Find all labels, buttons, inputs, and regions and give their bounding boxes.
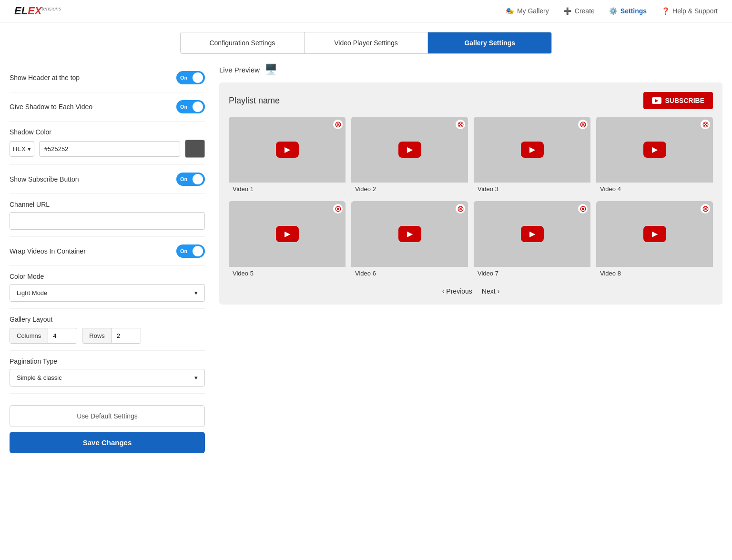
- play-button[interactable]: ▶: [643, 226, 666, 242]
- nav-items: 🎭 My Gallery ➕ Create ⚙️ Settings ❓ Help…: [506, 7, 718, 15]
- hex-format-select[interactable]: HEX ▾: [10, 141, 34, 157]
- show-header-label: Show Header at the top: [10, 74, 80, 81]
- remove-video-button[interactable]: ⊗: [456, 204, 465, 214]
- video-title: Video 5: [229, 267, 346, 280]
- video-thumbnail: ▶: [351, 201, 468, 267]
- give-shadow-toggle[interactable]: On: [176, 100, 205, 113]
- nav-settings[interactable]: ⚙️ Settings: [609, 7, 647, 15]
- video-grid: ▶ ⊗ Video 1 ▶ ⊗ Video 2 ▶ ⊗ Video 3 ▶ ⊗ …: [229, 117, 713, 280]
- tab-configuration[interactable]: Configuration Settings: [181, 32, 305, 53]
- give-shadow-row: Give Shadow to Each Video On: [10, 92, 205, 122]
- left-settings-panel: Show Header at the top On Give Shadow to…: [10, 63, 205, 453]
- shadow-color-label: Shadow Color: [10, 128, 205, 136]
- shadow-color-row: Shadow Color HEX ▾: [10, 122, 205, 165]
- show-subscribe-toggle[interactable]: On: [176, 173, 205, 186]
- play-button[interactable]: ▶: [398, 226, 421, 242]
- play-button[interactable]: ▶: [521, 142, 544, 158]
- pagination-label: Pagination Type: [10, 357, 205, 365]
- video-card: ▶ ⊗ Video 1: [229, 117, 346, 195]
- use-default-button[interactable]: Use Default Settings: [10, 405, 205, 427]
- hex-color-input[interactable]: [39, 141, 180, 157]
- color-swatch[interactable]: [185, 140, 205, 158]
- video-thumbnail: ▶: [596, 201, 713, 267]
- video-thumbnail: ▶: [351, 117, 468, 183]
- top-navigation: ELEXtensions 🎭 My Gallery ➕ Create ⚙️ Se…: [0, 0, 732, 22]
- rows-field: Rows: [82, 328, 141, 344]
- nav-my-gallery[interactable]: 🎭 My Gallery: [506, 7, 549, 15]
- play-button[interactable]: ▶: [643, 142, 666, 158]
- rows-label: Rows: [82, 328, 112, 343]
- video-title: Video 6: [351, 267, 468, 280]
- tab-video-player[interactable]: Video Player Settings: [305, 32, 428, 53]
- help-icon: ❓: [661, 7, 670, 15]
- playlist-name: Playlist name: [229, 96, 280, 106]
- chevron-down-icon: ▾: [28, 145, 31, 153]
- wrap-videos-row: Wrap Videos In Container On: [10, 237, 205, 266]
- remove-video-button[interactable]: ⊗: [456, 120, 465, 129]
- gallery-icon: 🎭: [506, 7, 514, 15]
- video-thumbnail: ▶: [474, 201, 590, 267]
- remove-video-button[interactable]: ⊗: [701, 204, 710, 214]
- video-card: ▶ ⊗ Video 8: [596, 201, 713, 280]
- color-mode-section: Color Mode Light Mode ▾: [10, 266, 205, 309]
- gallery-layout-section: Gallery Layout Columns Rows: [10, 309, 205, 351]
- right-preview-panel: Live Preview 🖥️ Playlist name SUBSCRIBE …: [219, 63, 722, 453]
- remove-video-button[interactable]: ⊗: [701, 120, 710, 129]
- chevron-down-icon: ▾: [194, 374, 198, 381]
- play-button[interactable]: ▶: [398, 142, 421, 158]
- video-title: Video 4: [596, 183, 713, 195]
- gallery-layout-label: Gallery Layout: [10, 316, 205, 323]
- next-button[interactable]: Next ›: [482, 287, 499, 295]
- pagination-controls: ‹ Previous Next ›: [229, 287, 713, 295]
- video-thumbnail: ▶: [474, 117, 590, 183]
- video-title: Video 1: [229, 183, 346, 195]
- monitor-icon: 🖥️: [264, 63, 277, 76]
- pagination-type-select[interactable]: Simple & classic ▾: [10, 369, 205, 387]
- show-header-toggle[interactable]: On: [176, 71, 205, 84]
- settings-icon: ⚙️: [609, 7, 618, 15]
- preview-container: Playlist name SUBSCRIBE ▶ ⊗ Video 1 ▶ ⊗ …: [219, 82, 722, 305]
- video-card: ▶ ⊗ Video 2: [351, 117, 468, 195]
- give-shadow-label: Give Shadow to Each Video: [10, 103, 92, 111]
- video-thumbnail: ▶: [596, 117, 713, 183]
- play-button[interactable]: ▶: [276, 142, 299, 158]
- video-card: ▶ ⊗ Video 4: [596, 117, 713, 195]
- video-title: Video 2: [351, 183, 468, 195]
- create-icon: ➕: [563, 7, 572, 15]
- video-title: Video 3: [474, 183, 590, 195]
- logo: ELEXtensions: [14, 5, 61, 17]
- pagination-type-section: Pagination Type Simple & classic ▾: [10, 351, 205, 394]
- show-subscribe-row: Show Subscribe Button On: [10, 165, 205, 194]
- chevron-left-icon: ‹: [442, 287, 445, 295]
- video-card: ▶ ⊗ Video 5: [229, 201, 346, 280]
- play-button[interactable]: ▶: [276, 226, 299, 242]
- preview-header: Live Preview 🖥️: [219, 63, 722, 76]
- color-mode-select[interactable]: Light Mode ▾: [10, 284, 205, 302]
- color-mode-label: Color Mode: [10, 273, 205, 280]
- rows-input[interactable]: [112, 328, 141, 343]
- save-changes-button[interactable]: Save Changes: [10, 432, 205, 453]
- play-button[interactable]: ▶: [521, 226, 544, 242]
- remove-video-button[interactable]: ⊗: [333, 120, 343, 129]
- remove-video-button[interactable]: ⊗: [578, 204, 588, 214]
- nav-create[interactable]: ➕ Create: [563, 7, 595, 15]
- video-title: Video 7: [474, 267, 590, 280]
- subscribe-button[interactable]: SUBSCRIBE: [643, 92, 713, 109]
- preview-title: Live Preview: [219, 66, 260, 74]
- video-title: Video 8: [596, 267, 713, 280]
- channel-url-input[interactable]: [10, 212, 205, 230]
- remove-video-button[interactable]: ⊗: [333, 204, 343, 214]
- channel-url-label: Channel URL: [10, 201, 205, 208]
- main-content: Show Header at the top On Give Shadow to…: [0, 63, 732, 468]
- remove-video-button[interactable]: ⊗: [578, 120, 588, 129]
- columns-input[interactable]: [48, 328, 77, 343]
- video-card: ▶ ⊗ Video 7: [474, 201, 590, 280]
- tab-gallery[interactable]: Gallery Settings: [428, 32, 551, 53]
- wrap-videos-toggle[interactable]: On: [176, 244, 205, 258]
- channel-url-section: Channel URL: [10, 194, 205, 237]
- columns-field: Columns: [10, 328, 77, 344]
- nav-help[interactable]: ❓ Help & Support: [661, 7, 718, 15]
- previous-button[interactable]: ‹ Previous: [442, 287, 472, 295]
- wrap-videos-label: Wrap Videos In Container: [10, 247, 86, 255]
- show-subscribe-label: Show Subscribe Button: [10, 175, 79, 183]
